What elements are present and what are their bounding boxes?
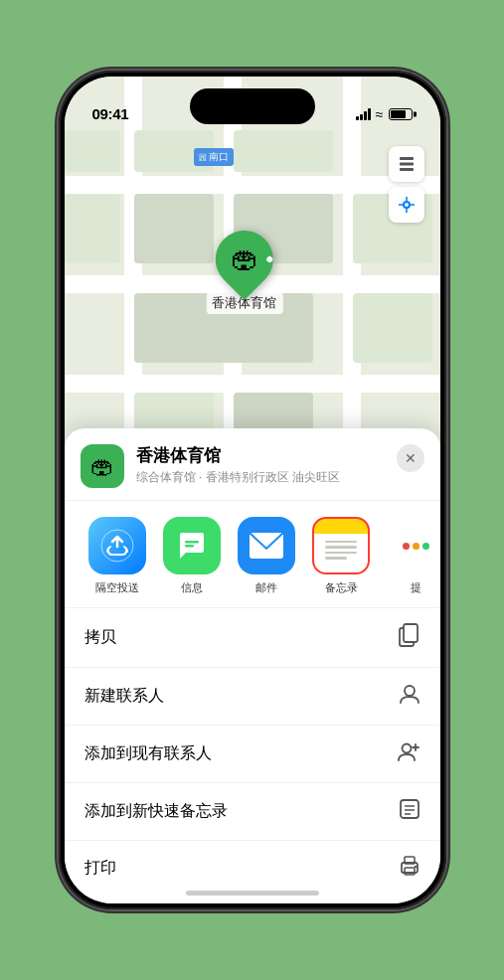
dynamic-island (190, 88, 315, 124)
airdrop-label: 隔空投送 (95, 580, 139, 595)
share-item-more[interactable]: 提 (379, 517, 440, 595)
add-contact-icon (397, 740, 420, 767)
new-contact-icon (399, 683, 420, 710)
svg-rect-0 (400, 157, 414, 160)
svg-rect-2 (400, 168, 414, 171)
venue-pin: 🏟 (204, 219, 285, 300)
notes-label: 备忘录 (325, 580, 358, 595)
svg-point-14 (405, 686, 415, 696)
phone-frame: 09:41 ≈ (59, 71, 446, 909)
mail-icon[interactable] (238, 517, 295, 574)
action-new-contact-label: 新建联系人 (84, 686, 164, 707)
svg-rect-24 (405, 868, 415, 875)
svg-rect-9 (185, 541, 199, 544)
svg-rect-18 (401, 800, 419, 818)
mail-label: 邮件 (255, 580, 277, 595)
map-layers-button[interactable] (389, 146, 424, 182)
map-location-button[interactable] (389, 187, 424, 223)
svg-point-15 (402, 744, 411, 753)
more-icon[interactable] (387, 517, 440, 574)
messages-label: 信息 (181, 580, 203, 595)
copy-icon (399, 623, 420, 652)
action-add-quick-note-label: 添加到新快速备忘录 (84, 801, 228, 822)
venue-sheet-desc: 综合体育馆 · 香港特别行政区 油尖旺区 (136, 469, 385, 486)
action-copy[interactable]: 拷贝 (65, 608, 440, 668)
wifi-icon: ≈ (376, 106, 384, 122)
home-indicator (186, 891, 319, 896)
battery-icon (389, 108, 413, 120)
venue-info: 香港体育馆 综合体育馆 · 香港特别行政区 油尖旺区 (136, 444, 385, 486)
action-add-existing-contact[interactable]: 添加到现有联系人 (65, 726, 440, 783)
signal-icon (356, 108, 371, 120)
close-button[interactable]: ✕ (397, 444, 424, 472)
action-print-label: 打印 (84, 858, 116, 879)
map-north-gate-label: 园 南口 (194, 148, 234, 166)
svg-point-25 (414, 866, 416, 868)
share-item-airdrop[interactable]: 隔空投送 (81, 517, 155, 595)
status-icons: ≈ (356, 106, 413, 122)
venue-marker[interactable]: 🏟 香港体育馆 (206, 231, 282, 314)
map-controls[interactable] (389, 146, 424, 223)
quick-note-icon (399, 798, 420, 825)
airdrop-icon[interactable] (88, 517, 146, 574)
svg-rect-13 (404, 624, 418, 642)
svg-point-3 (404, 202, 410, 208)
print-icon (399, 856, 420, 881)
action-list: 拷贝 新建联系人 (65, 607, 440, 896)
bottom-sheet: 🏟 香港体育馆 综合体育馆 · 香港特别行政区 油尖旺区 ✕ (65, 428, 440, 903)
svg-rect-1 (400, 163, 414, 166)
venue-sheet-name: 香港体育馆 (136, 444, 385, 467)
venue-sheet-icon: 🏟 (81, 444, 124, 488)
share-item-mail[interactable]: 邮件 (230, 517, 304, 595)
share-item-messages[interactable]: 信息 (155, 517, 230, 595)
status-time: 09:41 (92, 105, 129, 122)
action-add-quick-note[interactable]: 添加到新快速备忘录 (65, 783, 440, 841)
action-add-existing-label: 添加到现有联系人 (84, 743, 212, 764)
messages-icon[interactable] (163, 517, 221, 574)
action-copy-label: 拷贝 (84, 627, 116, 648)
share-row: 隔空投送 信息 (65, 501, 440, 607)
action-print[interactable]: 打印 (65, 841, 440, 896)
venue-pin-dot (265, 255, 273, 263)
phone-screen: 09:41 ≈ (65, 77, 440, 903)
svg-rect-10 (185, 545, 194, 548)
more-label: 提 (411, 580, 421, 595)
sheet-header: 🏟 香港体育馆 综合体育馆 · 香港特别行政区 油尖旺区 ✕ (65, 428, 440, 501)
share-item-notes[interactable]: 备忘录 (304, 517, 379, 595)
action-new-contact[interactable]: 新建联系人 (65, 668, 440, 726)
notes-icon[interactable] (312, 517, 370, 574)
venue-pin-icon: 🏟 (231, 245, 258, 273)
